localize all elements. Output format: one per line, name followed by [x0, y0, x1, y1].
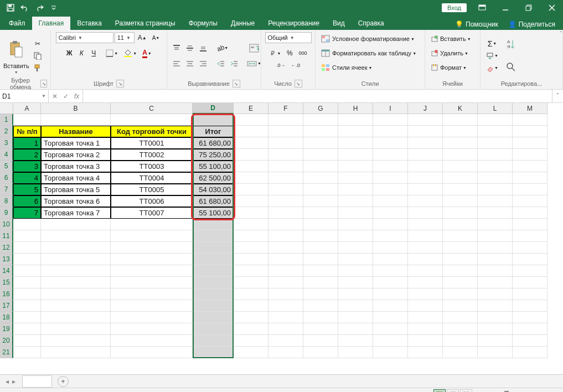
cell[interactable]: 4	[13, 172, 41, 184]
cell[interactable]	[513, 288, 547, 300]
close-button[interactable]	[541, 0, 563, 16]
cell[interactable]	[234, 300, 268, 312]
cell[interactable]	[234, 219, 268, 230]
cell[interactable]: 2	[13, 149, 41, 161]
cell[interactable]	[193, 347, 234, 358]
font-size-combo[interactable]: 11▼	[115, 32, 135, 43]
cell[interactable]	[338, 207, 373, 219]
cell[interactable]	[373, 149, 408, 161]
collapse-ribbon-button[interactable]: ˇ	[560, 31, 562, 37]
cell[interactable]	[443, 230, 478, 242]
cell[interactable]	[338, 195, 373, 207]
cell[interactable]	[268, 288, 303, 300]
cell[interactable]	[443, 277, 478, 288]
row-header-7[interactable]: 7	[0, 184, 13, 195]
cell[interactable]	[478, 230, 513, 242]
cell[interactable]	[234, 312, 268, 323]
col-header-C[interactable]: C	[111, 103, 193, 114]
accounting-format-button[interactable]: ₽▼	[267, 48, 283, 59]
italic-button[interactable]: К	[76, 48, 87, 59]
cell[interactable]	[513, 195, 547, 207]
save-button[interactable]	[3, 1, 18, 15]
row-header-12[interactable]: 12	[0, 242, 13, 254]
cell[interactable]: ТТ0003	[111, 161, 193, 172]
cell[interactable]	[373, 265, 408, 277]
cell[interactable]	[408, 312, 443, 323]
cell[interactable]	[13, 242, 41, 254]
number-launcher[interactable]: ↘	[295, 80, 302, 87]
cell[interactable]	[338, 219, 373, 230]
cell[interactable]	[408, 184, 443, 195]
cell[interactable]: Торговая точка 7	[41, 207, 111, 219]
cell[interactable]	[338, 312, 373, 323]
cell[interactable]	[338, 161, 373, 172]
cell[interactable]	[443, 114, 478, 126]
align-bottom-button[interactable]	[197, 43, 209, 54]
col-header-F[interactable]: F	[268, 103, 303, 114]
paste-button[interactable]	[7, 37, 25, 61]
cell[interactable]	[234, 277, 268, 288]
row-header-20[interactable]: 20	[0, 335, 13, 347]
cell[interactable]	[513, 323, 547, 335]
cell[interactable]	[303, 300, 338, 312]
cell[interactable]	[111, 347, 193, 358]
cell[interactable]	[478, 184, 513, 195]
expand-formula-bar-button[interactable]: ˇ	[552, 90, 563, 102]
cell[interactable]	[478, 149, 513, 161]
cell[interactable]	[373, 184, 408, 195]
row-header-18[interactable]: 18	[0, 312, 13, 323]
cell[interactable]	[303, 149, 338, 161]
cell[interactable]	[111, 277, 193, 288]
ribbon-display-button[interactable]	[471, 0, 493, 16]
cell[interactable]	[373, 172, 408, 184]
cell[interactable]	[268, 126, 303, 137]
cell[interactable]	[443, 335, 478, 347]
cell[interactable]	[373, 242, 408, 254]
cell[interactable]	[513, 149, 547, 161]
cell[interactable]	[234, 184, 268, 195]
col-header-B[interactable]: B	[41, 103, 111, 114]
conditional-formatting-button[interactable]: Условное форматирование▼	[319, 32, 421, 45]
cell[interactable]	[193, 230, 234, 242]
cell[interactable]	[234, 347, 268, 358]
select-all-corner[interactable]	[0, 103, 13, 114]
cell[interactable]	[373, 335, 408, 347]
cell[interactable]: 1	[13, 137, 41, 149]
cell[interactable]	[41, 335, 111, 347]
cell[interactable]	[41, 265, 111, 277]
cell[interactable]	[193, 219, 234, 230]
cell[interactable]	[41, 114, 111, 126]
cell[interactable]	[408, 347, 443, 358]
row-header-17[interactable]: 17	[0, 300, 13, 312]
copy-button[interactable]	[32, 50, 44, 61]
tab-file[interactable]: Файл	[2, 17, 32, 30]
cell[interactable]	[373, 288, 408, 300]
cell[interactable]	[443, 288, 478, 300]
alignment-launcher[interactable]: ↘	[233, 80, 240, 87]
cell[interactable]	[513, 230, 547, 242]
row-header-9[interactable]: 9	[0, 207, 13, 219]
format-painter-button[interactable]	[32, 63, 44, 74]
cell[interactable]	[338, 300, 373, 312]
font-launcher[interactable]: ↘	[116, 80, 124, 87]
cell[interactable]	[234, 335, 268, 347]
cell[interactable]	[408, 288, 443, 300]
cell[interactable]	[193, 323, 234, 335]
tab-insert[interactable]: Вставка	[70, 17, 109, 30]
cell[interactable]	[478, 300, 513, 312]
scroll-first-button[interactable]: ◂	[6, 378, 9, 385]
cell[interactable]	[303, 184, 338, 195]
col-header-I[interactable]: I	[373, 103, 408, 114]
cell[interactable]	[268, 219, 303, 230]
cell[interactable]	[373, 323, 408, 335]
cell[interactable]	[303, 137, 338, 149]
cell[interactable]	[41, 242, 111, 254]
percent-button[interactable]: %	[284, 48, 295, 59]
shrink-font-button[interactable]: A▼	[150, 32, 162, 43]
cell[interactable]	[513, 347, 547, 358]
cell[interactable]	[41, 219, 111, 230]
cell[interactable]	[234, 126, 268, 137]
cell[interactable]: 54 030,00	[193, 184, 234, 195]
cell[interactable]: 61 680,00	[193, 137, 234, 149]
col-header-D[interactable]: D	[193, 103, 234, 114]
